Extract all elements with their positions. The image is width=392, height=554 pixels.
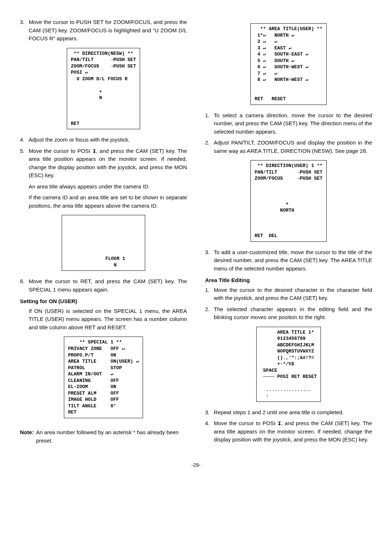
list-number: 6.	[20, 277, 29, 294]
list-number: 2.	[205, 139, 214, 155]
step-text: Move the cursor to PUSH SET for ZOOM/FOC…	[29, 18, 187, 43]
edit-step4-part-a: Move the cursor to POSI	[214, 420, 278, 426]
step-text: Adjust PAN/TILT, ZOOM/FOCUS and display …	[214, 139, 372, 155]
svg-rect-3	[280, 421, 281, 422]
menu-special-1: ** SPECIAL 1 ** PRIVACY ZONE OFF ↵ PROPO…	[64, 337, 143, 418]
onuser-body: If ON (USER) is selected on the SPECIAL …	[29, 307, 187, 332]
right-step-3: 3. To add a user-customized title, move …	[205, 248, 372, 273]
list-number: 3.	[205, 408, 214, 417]
right-column: ** AREA TITLE(USER) ** 1*↵ NORTH ↵ 2 ↵ ↵…	[205, 18, 372, 447]
menu-area-title-user: ** AREA TITLE(USER) ** 1*↵ NORTH ↵ 2 ↵ ↵…	[250, 23, 326, 105]
left-step-5: 5. Move the cursor to POSI , and press t…	[20, 147, 187, 180]
posi-arrow-icon	[278, 419, 281, 424]
two-column-layout: 3. Move the cursor to PUSH SET for ZOOM/…	[20, 18, 372, 447]
list-number: 3.	[205, 248, 214, 273]
svg-rect-1	[95, 149, 95, 150]
edit-step-2: 2. The selected character appears in the…	[205, 305, 372, 322]
list-number: 1.	[205, 111, 214, 136]
step-text: Adjust the zoom or focus with the joysti…	[29, 136, 187, 144]
step5-note2: If the camera ID and an area title are s…	[29, 194, 187, 210]
heading-setting-on-user: Setting for ON (USER)	[20, 297, 187, 306]
menu-direction-user: ** DIRECTION(USER) 1 ** PAN/TILT →PUSH S…	[250, 160, 326, 242]
left-step-4: 4. Adjust the zoom or focus with the joy…	[20, 136, 187, 144]
menu-direction-nesw: ** DIRECTION(NESW) ** PAN/TILT →PUSH SET…	[67, 48, 140, 130]
note-block: Note: An area number followed by an aste…	[20, 428, 187, 445]
list-number: 4.	[20, 136, 29, 144]
page-number: -29-	[20, 461, 372, 469]
step-text: To add a user-customized title, move the…	[214, 248, 372, 273]
note-text: An area number followed by an asterisk *…	[36, 428, 187, 445]
step-text: Move the cursor to RET, and press the CA…	[29, 277, 187, 294]
edit-step-1: 1. Move the cursor to the desired charac…	[205, 286, 372, 302]
left-column: 3. Move the cursor to PUSH SET for ZOOM/…	[20, 18, 187, 447]
left-step-6: 6. Move the cursor to RET, and press the…	[20, 277, 187, 294]
list-number: 5.	[20, 147, 29, 180]
step5-part-a: Move the cursor to POSI	[29, 148, 93, 154]
heading-area-title-editing: Area Title Editing	[205, 276, 372, 285]
step-text: To select a camera direction, move the c…	[214, 111, 372, 136]
left-step-3: 3. Move the cursor to PUSH SET for ZOOM/…	[20, 18, 187, 43]
step-text: Move the cursor to POSI , and press the …	[214, 419, 372, 444]
step-text: Repeat steps 1 and 2 until one area titl…	[214, 408, 372, 417]
right-step-1: 1. To select a camera direction, move th…	[205, 111, 372, 136]
list-number: 3.	[20, 18, 29, 43]
menu-floor-display: FLOOR 1 N	[62, 215, 145, 271]
step-text: Move the cursor to POSI , and press the …	[29, 147, 187, 180]
list-number: 1.	[205, 286, 214, 302]
list-number: 2.	[205, 305, 214, 322]
right-step-2: 2. Adjust PAN/TILT, ZOOM/FOCUS and displ…	[205, 139, 372, 155]
note-label: Note:	[20, 428, 34, 445]
svg-rect-2	[278, 421, 279, 422]
edit-step-4: 4. Move the cursor to POSI , and press t…	[205, 419, 372, 444]
list-number: 4.	[205, 419, 214, 444]
step-text: Move the cursor to the desired character…	[214, 286, 372, 302]
svg-rect-0	[93, 149, 94, 150]
menu-area-title-edit: AREA TITLE 1* 0123456789 ABCDEFGHIJKLM N…	[256, 327, 321, 402]
edit-step-3: 3. Repeat steps 1 and 2 until one area t…	[205, 408, 372, 417]
step-text: The selected character appears in the ed…	[214, 305, 372, 322]
posi-arrow-icon	[93, 147, 96, 151]
step5-note1: An area title always appears under the c…	[29, 183, 187, 191]
